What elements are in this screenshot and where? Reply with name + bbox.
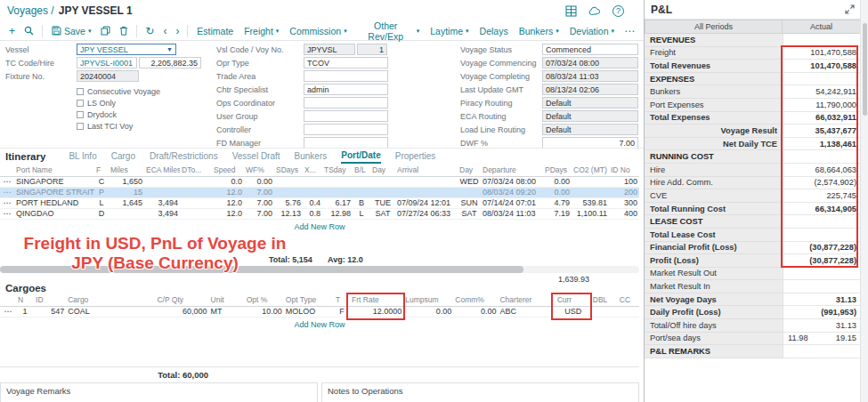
new-button[interactable]: + bbox=[5, 22, 19, 40]
cell-co2: 1,100.11 bbox=[572, 208, 609, 219]
commission-menu-button[interactable]: Commission▾ bbox=[285, 22, 351, 40]
checkbox-last-tci-voy[interactable]: Last TCI Voy bbox=[77, 120, 210, 132]
trade-area-field[interactable] bbox=[304, 70, 388, 82]
next-voyage-button[interactable]: › bbox=[172, 22, 183, 40]
cell-departure: 07/03/24 08:00 bbox=[481, 176, 543, 187]
help-icon[interactable]: ? bbox=[612, 5, 624, 17]
vessel-select[interactable]: JPY VESSEL ▼ bbox=[77, 44, 176, 55]
laytime-menu-button[interactable]: Laytime▾ bbox=[426, 22, 473, 40]
load-line-routing-field[interactable]: Default bbox=[542, 124, 638, 135]
piracy-routing-label: Piracy Routing bbox=[460, 99, 542, 108]
pl-row-total-expenses: Total Expenses66,032,911 bbox=[645, 112, 861, 125]
itinerary-row-singapore-strait[interactable]: ⋯ SINGAPORE STRAIT P 15 12.0 7.00 08/03/… bbox=[0, 187, 639, 197]
pl-period-selector[interactable]: All Periods bbox=[645, 20, 783, 34]
tc-hire-field[interactable]: 2,205,882.35 bbox=[139, 57, 201, 68]
checkbox-icon bbox=[77, 100, 84, 107]
vsl-code-field[interactable]: JPYVSL bbox=[304, 44, 355, 55]
cell-bl bbox=[353, 187, 370, 197]
fixture-no-label: Fixture No. bbox=[5, 72, 77, 81]
tab-port-date[interactable]: Port/Date bbox=[341, 150, 380, 164]
search-button[interactable] bbox=[20, 22, 37, 40]
cloud-sync-icon[interactable] bbox=[588, 6, 601, 16]
tab-properties[interactable]: Properties bbox=[395, 151, 436, 163]
cell-wf: 7.00 bbox=[244, 187, 274, 197]
cell-id-no: 100 bbox=[609, 176, 639, 187]
voyage-completing-field[interactable]: 08/03/24 11:03 bbox=[542, 70, 638, 82]
row-menu-icon[interactable]: ⋯ bbox=[0, 176, 14, 187]
chevron-down-icon: ▾ bbox=[344, 28, 347, 35]
eca-routing-field[interactable]: Default bbox=[542, 110, 638, 122]
cargoes-header-row: N ID Cargo C/P Qty Unit Opt % Opt Type T… bbox=[0, 294, 639, 306]
cargoes-add-new-row[interactable]: Add New Row bbox=[0, 320, 639, 331]
tab-cargo[interactable]: Cargo bbox=[111, 151, 135, 163]
user-group-field[interactable] bbox=[304, 110, 388, 122]
chevron-down-icon: ▾ bbox=[611, 28, 614, 35]
col-lumpsum: Lumpsum bbox=[403, 294, 453, 306]
tab-vessel-draft[interactable]: Vessel Draft bbox=[232, 151, 280, 163]
checkbox-consecutive-voyage[interactable]: Consecutive Voyage bbox=[77, 85, 210, 97]
row-menu-icon[interactable]: ⋯ bbox=[0, 208, 14, 219]
pl-vertical-scrollbar[interactable] bbox=[860, 0, 868, 402]
chtr-specialist-field[interactable]: admin bbox=[304, 84, 388, 95]
scrollbar-thumb[interactable] bbox=[0, 266, 523, 273]
freight-menu-button[interactable]: Freight▾ bbox=[239, 22, 283, 40]
expand-icon[interactable] bbox=[845, 4, 855, 14]
cell-bl bbox=[353, 176, 370, 187]
piracy-routing-field[interactable]: Default bbox=[542, 97, 638, 109]
cell-arrival-day: SAT bbox=[370, 208, 395, 219]
opr-type-field[interactable]: TCOV bbox=[304, 57, 388, 68]
delete-button[interactable] bbox=[116, 22, 132, 40]
voyage-commencing-field[interactable]: 07/03/24 08:00 bbox=[542, 57, 638, 68]
refresh-button[interactable]: ↻ bbox=[142, 22, 158, 40]
estimate-button[interactable]: Estimate bbox=[192, 22, 238, 40]
chevron-left-icon: ‹ bbox=[163, 25, 166, 37]
tab-bl-info[interactable]: BL Info bbox=[69, 151, 96, 163]
more-menu-button[interactable]: ⋯ bbox=[621, 22, 638, 40]
pl-panel: P&L All Periods Actual REVENUES Freight1… bbox=[644, 0, 868, 402]
prev-voyage-button[interactable]: ‹ bbox=[159, 22, 170, 40]
breadcrumb-voyages-link[interactable]: Voyages / bbox=[7, 4, 54, 17]
row-menu-icon[interactable]: ⋯ bbox=[0, 187, 14, 197]
grid-icon[interactable] bbox=[565, 5, 577, 17]
last-update-gmt-field[interactable]: 08/13/24 02:06 bbox=[542, 84, 638, 95]
voyage-status-field[interactable]: Commenced bbox=[542, 44, 638, 55]
deviation-menu-button[interactable]: Deviation▾ bbox=[565, 22, 619, 40]
bunkers-menu-button[interactable]: Bunkers▾ bbox=[515, 22, 564, 40]
notes-to-operations-panel[interactable]: Notes to Operations bbox=[321, 382, 639, 402]
pl-row-bunkers: Bunkers54,242,911 bbox=[645, 85, 861, 99]
tc-code-field[interactable]: JPYVSL-I0001 bbox=[77, 57, 137, 68]
copy-button[interactable] bbox=[97, 22, 114, 40]
checkbox-ls-only[interactable]: LS Only bbox=[77, 97, 210, 109]
itinerary-row-qingdao[interactable]: ⋯ QINGDAO D 3,494 12.0 7.00 12.13 0.8 12… bbox=[0, 208, 639, 219]
ellipsis-icon: ⋯ bbox=[624, 25, 635, 37]
fixture-no-field[interactable]: 20240004 bbox=[77, 70, 139, 82]
pl-title: P&L bbox=[651, 4, 672, 16]
tab-draft-restrictions[interactable]: Draft/Restrictions bbox=[150, 151, 218, 163]
pl-row-voyage-result: Voyage Result35,437,677 bbox=[645, 125, 861, 138]
scrollbar-thumb[interactable] bbox=[863, 23, 867, 116]
cell-f: D bbox=[94, 208, 109, 219]
col-comm-pct: Comm% bbox=[453, 294, 498, 306]
save-button[interactable]: Save▾ bbox=[47, 22, 95, 40]
itinerary-row-port-hedland[interactable]: ⋯ PORT HEDLAND L 1,645 3,494 12.0 7.00 5… bbox=[0, 197, 639, 208]
chevron-down-icon: ▼ bbox=[166, 46, 173, 52]
cargo-row-coal[interactable]: ⋯ 1 547 COAL 60,000 MT 10.00 MOLOO F 12.… bbox=[0, 306, 639, 317]
row-menu-icon[interactable]: ⋯ bbox=[0, 306, 16, 317]
voy-no-field[interactable]: 1 bbox=[357, 44, 387, 55]
delays-button[interactable]: Delays bbox=[475, 22, 513, 40]
itinerary-horizontal-scrollbar[interactable] bbox=[0, 266, 639, 273]
row-menu-icon[interactable]: ⋯ bbox=[0, 197, 14, 208]
checkbox-icon bbox=[77, 111, 84, 118]
voyage-remarks-panel[interactable]: Voyage Remarks bbox=[0, 382, 318, 402]
cell-arrival-day: TUE bbox=[370, 197, 395, 208]
col-id-no: ID No bbox=[609, 165, 639, 176]
itinerary-add-new-row[interactable]: Add New Row bbox=[0, 222, 639, 233]
checkbox-drydock[interactable]: Drydock bbox=[77, 109, 210, 120]
tab-bunkers[interactable]: Bunkers bbox=[295, 151, 328, 163]
cell-port: PORT HEDLAND bbox=[14, 197, 94, 208]
itinerary-row-singapore[interactable]: ⋯ SINGAPORE C 1,650 0.0 0.00 WED 07/03/2… bbox=[0, 176, 639, 187]
ops-coordinator-field[interactable] bbox=[304, 97, 388, 109]
other-rev-exp-menu-button[interactable]: Other Rev/Exp▾ bbox=[353, 22, 425, 40]
controller-field[interactable] bbox=[304, 124, 388, 135]
itinerary-title: Itinerary bbox=[5, 151, 45, 162]
